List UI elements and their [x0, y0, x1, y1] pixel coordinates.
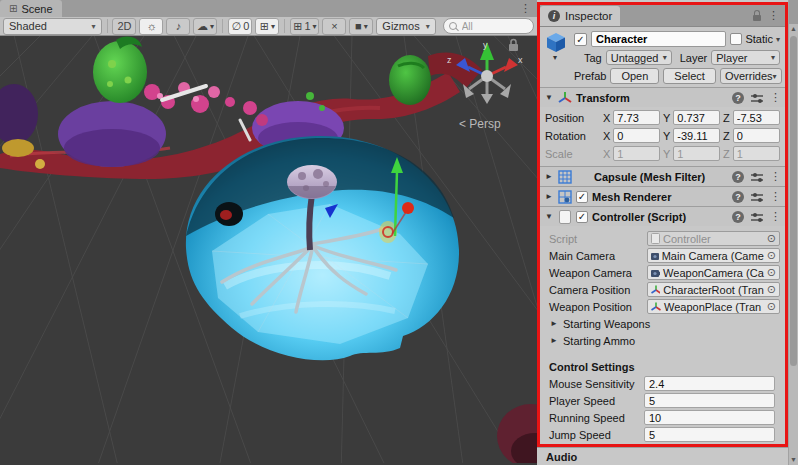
gameobject-name-input[interactable] [591, 31, 726, 47]
scene-visibility-button[interactable]: ∅ 0 [228, 18, 252, 35]
chevron-down-icon: ▾ [210, 22, 214, 31]
scene-lighting-toggle[interactable]: ☼ [139, 18, 163, 35]
prefab-overrides-dropdown[interactable]: Overrides ▾ [720, 68, 782, 84]
scale-x-input[interactable] [613, 146, 660, 161]
scrollbar-up-arrow[interactable]: ▲ [790, 24, 797, 34]
scene-pane-menu-icon[interactable]: ⋮ [514, 2, 537, 15]
script-object-field[interactable]: Controller ⊙ [647, 231, 780, 246]
scene-search-field[interactable] [443, 18, 534, 34]
rotation-z-input[interactable] [733, 128, 780, 143]
scene-audio-toggle[interactable]: ♪ [166, 18, 190, 35]
static-checkbox[interactable] [730, 33, 742, 45]
scene-toolbar: Shaded ▾ 2D ☼ ♪ ☁ ▾ ∅ 0 ⊞ ▾ ⊞ 1 [0, 17, 537, 36]
foldout-icon[interactable]: ► [544, 192, 554, 201]
toggle-2d-button[interactable]: 2D [112, 18, 136, 35]
active-checkbox[interactable]: ✓ [574, 33, 587, 46]
gizmo-x-handle[interactable] [402, 202, 414, 214]
tag-value: Untagged [611, 52, 659, 64]
chevron-down-icon: ▾ [426, 22, 430, 31]
scrollbar-thumb[interactable] [790, 36, 797, 366]
foldout-label: Starting Ammo [563, 335, 635, 347]
inspector-menu-icon[interactable]: ⋮ [768, 9, 779, 22]
search-input[interactable] [460, 20, 524, 33]
position-x-input[interactable] [613, 110, 660, 125]
jump-speed-input[interactable] [644, 427, 775, 442]
object-picker-icon[interactable]: ⊙ [767, 283, 776, 296]
tab-inspector[interactable]: i Inspector [540, 6, 620, 26]
audio-component-header[interactable]: Audio [537, 447, 788, 465]
position-y-input[interactable] [673, 110, 720, 125]
presets-icon[interactable] [751, 212, 763, 222]
starting-weapons-foldout[interactable]: ► Starting Weapons [540, 315, 785, 332]
object-picker-icon[interactable]: ⊙ [767, 266, 776, 279]
presets-icon[interactable] [751, 192, 763, 202]
help-icon[interactable]: ? [732, 92, 744, 104]
main-camera-object-field[interactable]: Main Camera (Came ⊙ [647, 248, 780, 263]
tag-dropdown[interactable]: Untagged ▾ [606, 50, 672, 65]
axis-y-label: Y [663, 112, 670, 124]
component-menu-icon[interactable]: ⋮ [770, 210, 781, 223]
camera-mini-icon [651, 268, 660, 277]
gizmos-dropdown[interactable]: Gizmos ▾ [376, 18, 435, 35]
running-speed-input[interactable] [644, 410, 775, 425]
rotation-x-input[interactable] [613, 128, 660, 143]
controller-script-component-header[interactable]: ▼ ✓ Controller (Script) ? ⋮ [540, 206, 785, 226]
scene-camera-dropdown[interactable]: ■ ▾ [349, 18, 373, 35]
help-icon[interactable]: ? [732, 191, 744, 203]
component-title: Transform [576, 92, 630, 104]
foldout-icon[interactable]: ▼ [544, 212, 554, 221]
mesh-renderer-component-header[interactable]: ► ✓ Mesh Renderer ? ⋮ [540, 186, 785, 206]
weapon-position-object-field[interactable]: WeaponPlace (Tran ⊙ [647, 299, 780, 314]
rotation-label: Rotation [545, 130, 600, 142]
gizmo-lock-icon[interactable] [509, 44, 518, 51]
scene-grid-dropdown[interactable]: ⊞ ▾ [255, 18, 279, 35]
foldout-icon[interactable]: ► [544, 172, 554, 181]
setting-label: Player Speed [549, 395, 644, 407]
gizmos-label: Gizmos [382, 20, 419, 32]
position-z-input[interactable] [733, 110, 780, 125]
component-title: Controller (Script) [592, 211, 686, 223]
component-menu-icon[interactable]: ⋮ [770, 91, 781, 104]
presets-icon[interactable] [751, 93, 763, 103]
static-dropdown-arrow[interactable]: ▾ [776, 35, 780, 44]
static-toggle[interactable]: Static ▾ [730, 33, 780, 45]
snap-settings-dropdown[interactable]: ⊞ 1 ▾ [290, 18, 319, 35]
rotation-y-input[interactable] [673, 128, 720, 143]
camera-position-object-field[interactable]: CharacterRoot (Tran ⊙ [647, 282, 780, 297]
transform-component-header[interactable]: ▼ Transform ? ⋮ [540, 87, 785, 107]
mouse-sensitivity-input[interactable] [644, 376, 775, 391]
tab-scene[interactable]: ⊞ Scene [0, 0, 62, 17]
scene-effects-dropdown[interactable]: ☁ ▾ [193, 18, 217, 35]
component-enabled-checkbox[interactable]: ✓ [576, 191, 588, 203]
inspector-scrollbar[interactable]: ▲ ▼ [788, 0, 798, 465]
player-speed-input[interactable] [644, 393, 775, 408]
scrollbar-down-arrow[interactable]: ▼ [790, 455, 797, 465]
setting-label: Mouse Sensitivity [549, 378, 644, 390]
object-picker-icon[interactable]: ⊙ [767, 232, 776, 245]
help-icon[interactable]: ? [732, 211, 744, 223]
snap-toggle-button[interactable]: × [322, 18, 346, 35]
object-picker-icon[interactable]: ⊙ [767, 300, 776, 313]
shading-mode-dropdown[interactable]: Shaded ▾ [3, 18, 102, 35]
object-picker-icon[interactable]: ⊙ [767, 249, 776, 262]
lock-icon[interactable] [753, 15, 761, 21]
prefab-select-button[interactable]: Select [663, 68, 716, 84]
icon-dropdown-arrow[interactable]: ▾ [553, 53, 557, 62]
scene-viewport[interactable]: y x z < Persp [0, 36, 537, 465]
foldout-icon[interactable]: ▼ [544, 93, 554, 102]
component-menu-icon[interactable]: ⋮ [770, 170, 781, 183]
presets-icon[interactable] [751, 172, 763, 182]
scale-z-input[interactable] [733, 146, 780, 161]
layer-dropdown[interactable]: Player ▾ [711, 50, 780, 65]
weapon-camera-object-field[interactable]: WeaponCamera (Ca ⊙ [647, 265, 780, 280]
scale-y-input[interactable] [673, 146, 720, 161]
component-enabled-checkbox[interactable]: ✓ [576, 211, 588, 223]
starting-ammo-foldout[interactable]: ► Starting Ammo [540, 332, 785, 349]
mesh-filter-component-header[interactable]: ► Capsule (Mesh Filter) ? ⋮ [540, 166, 785, 186]
close-icon: × [331, 20, 337, 32]
help-icon[interactable]: ? [732, 171, 744, 183]
persp-label[interactable]: < Persp [459, 117, 501, 131]
component-menu-icon[interactable]: ⋮ [770, 190, 781, 203]
prefab-open-button[interactable]: Open [610, 68, 659, 84]
scene-tab-bar: ⊞ Scene ⋮ [0, 0, 537, 17]
